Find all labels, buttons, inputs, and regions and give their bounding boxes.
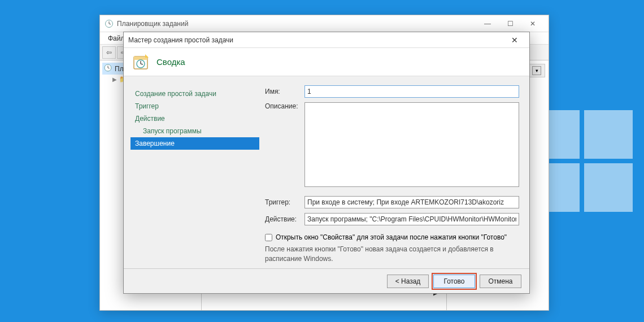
wizard-title: Мастер создания простой задачи <box>128 36 233 44</box>
wizard-close-button[interactable]: ✕ <box>504 33 525 47</box>
titlebar: Планировщик заданий ― ☐ ✕ <box>100 15 549 32</box>
step-finish[interactable]: Завершение <box>130 137 259 150</box>
open-properties-row: Открыть окно "Свойства" для этой задачи … <box>265 233 519 241</box>
back-button[interactable]: < Назад <box>387 275 429 288</box>
name-field[interactable] <box>304 85 519 98</box>
action-field <box>304 213 519 225</box>
trigger-field <box>304 196 519 208</box>
finish-note: После нажатия кнопки "Готово" новая зада… <box>265 245 519 264</box>
wizard-footer: < Назад Готово Отмена <box>124 268 529 293</box>
svg-line-11 <box>141 64 143 64</box>
create-task-wizard: Мастер создания простой задачи ✕ Сводка … <box>123 32 530 294</box>
description-label: Описание: <box>265 102 304 110</box>
description-row: Описание: <box>265 102 519 189</box>
open-properties-checkbox[interactable] <box>265 234 272 241</box>
wizard-form: Имя: Описание: Триггер: Действие: Открыт… <box>259 76 529 268</box>
trigger-row: Триггер: <box>265 196 519 208</box>
step-trigger[interactable]: Триггер <box>130 100 259 112</box>
chevron-down-icon[interactable]: ▾ <box>532 66 541 75</box>
action-label: Действие: <box>265 215 304 223</box>
name-label: Имя: <box>265 88 304 95</box>
app-clock-icon <box>105 19 114 28</box>
clock-icon <box>103 63 112 74</box>
wizard-heading: Сводка <box>156 57 185 67</box>
wizard-titlebar: Мастер создания простой задачи ✕ <box>124 32 529 48</box>
step-start-program[interactable]: Запуск программы <box>130 125 259 137</box>
svg-marker-8 <box>145 54 149 58</box>
step-create-basic-task[interactable]: Создание простой задачи <box>130 88 259 100</box>
trigger-label: Триггер: <box>265 198 304 206</box>
maximize-button[interactable]: ☐ <box>499 16 521 32</box>
action-row: Действие: <box>265 213 519 225</box>
cancel-button[interactable]: Отмена <box>480 275 521 288</box>
close-button[interactable]: ✕ <box>521 16 544 32</box>
nav-back-button[interactable]: ⇦ <box>102 46 116 59</box>
wizard-clock-icon <box>132 53 150 71</box>
window-title: Планировщик заданий <box>117 20 188 28</box>
finish-button[interactable]: Готово <box>433 275 475 288</box>
wizard-steps: Создание простой задачи Триггер Действие… <box>124 76 259 268</box>
chevron-right-icon: ▶ <box>112 76 117 82</box>
step-action[interactable]: Действие <box>130 112 259 125</box>
name-row: Имя: <box>265 85 519 98</box>
wizard-header: Сводка <box>124 48 529 76</box>
minimize-button[interactable]: ― <box>476 16 499 32</box>
wizard-body: Создание простой задачи Триггер Действие… <box>124 76 529 268</box>
description-field[interactable] <box>304 102 519 187</box>
open-properties-label: Открыть окно "Свойства" для этой задачи … <box>276 233 507 241</box>
